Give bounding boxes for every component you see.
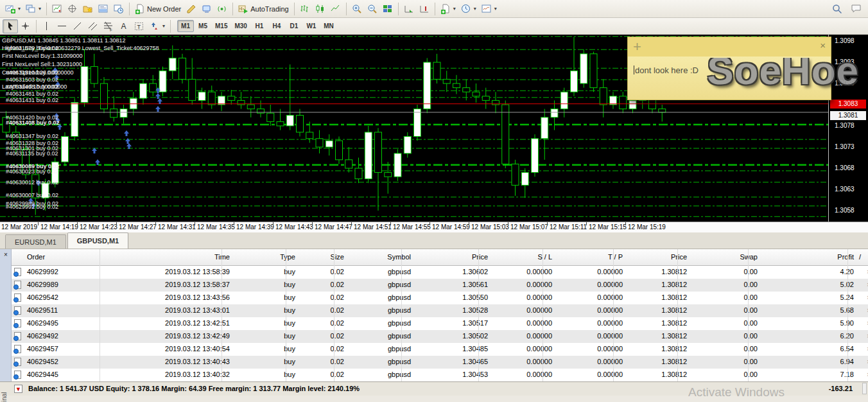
profiles-button[interactable]: ▾ bbox=[23, 2, 44, 16]
order-row[interactable]: 406299922019.03.12 13:58:39buy0.02gbpusd… bbox=[12, 266, 868, 279]
data-window-button[interactable] bbox=[65, 2, 80, 16]
column-separator[interactable] bbox=[542, 249, 543, 381]
column-separator[interactable] bbox=[221, 249, 222, 381]
timeframe-h1-button[interactable]: H1 bbox=[251, 20, 268, 32]
order-row[interactable]: 406294952019.03.12 13:42:51buy0.02gbpusd… bbox=[12, 317, 868, 330]
periods-button[interactable]: ▾ bbox=[458, 2, 479, 16]
navigator-button[interactable] bbox=[80, 2, 96, 16]
cell-profit: 6.20 bbox=[758, 332, 854, 340]
account-summary: Balance: 1 541.37 USD Equity: 1 378.16 M… bbox=[28, 385, 360, 392]
time-axis[interactable]: 12 Mar 201912 Mar 14:1912 Mar 14:2312 Ma… bbox=[0, 222, 868, 232]
chat-icon bbox=[851, 4, 862, 14]
sticky-note[interactable]: + × dont look here :D bbox=[627, 37, 831, 100]
chat-button[interactable] bbox=[849, 2, 864, 16]
text-label-button[interactable]: T bbox=[132, 19, 147, 33]
candle bbox=[62, 137, 69, 162]
equidistant-channel-button[interactable] bbox=[85, 19, 101, 33]
order-row[interactable]: 406295422019.03.12 13:43:56buy0.02gbpusd… bbox=[12, 292, 868, 304]
scrollbar-stub[interactable] bbox=[862, 383, 867, 394]
timeframe-mn-button[interactable]: MN bbox=[320, 20, 337, 32]
text-button[interactable]: A bbox=[116, 19, 132, 33]
crosshair-button[interactable] bbox=[18, 19, 33, 33]
signals-button[interactable] bbox=[214, 2, 230, 16]
chart-tab-eurusd[interactable]: EURUSD,M1 bbox=[5, 234, 66, 249]
timeframe-d1-button[interactable]: D1 bbox=[286, 20, 302, 32]
horizontal-line-button[interactable] bbox=[55, 19, 70, 33]
terminal-side-tab[interactable]: inal bbox=[1, 392, 8, 402]
time-tick-label: 12 Mar 14:51 bbox=[354, 223, 392, 231]
metaeditor-button[interactable] bbox=[184, 2, 199, 16]
trade-ticket-label: #40631498 buy 0.02 bbox=[6, 83, 58, 90]
candle bbox=[385, 173, 392, 177]
tile-windows-button[interactable] bbox=[380, 2, 395, 16]
time-tick bbox=[469, 222, 469, 225]
column-separator[interactable] bbox=[847, 249, 848, 381]
periods-icon bbox=[461, 4, 471, 14]
candle bbox=[424, 62, 431, 109]
order-row[interactable]: 406299892019.03.12 13:58:37buy0.02gbpusd… bbox=[12, 279, 868, 292]
column-separator[interactable] bbox=[748, 249, 749, 381]
note-add-icon[interactable]: + bbox=[633, 39, 641, 55]
column-separator[interactable] bbox=[613, 249, 614, 381]
column-separator[interactable] bbox=[478, 249, 479, 381]
timeframe-m30-button[interactable]: M30 bbox=[231, 20, 250, 32]
candle bbox=[71, 103, 78, 137]
new-order-button[interactable]: New Order bbox=[132, 2, 184, 16]
sticky-note-header[interactable] bbox=[628, 37, 831, 57]
community-button[interactable] bbox=[199, 2, 214, 16]
column-header-swap[interactable]: Swap bbox=[661, 253, 758, 261]
order-doc-icon bbox=[14, 319, 21, 328]
auto-scroll-button[interactable] bbox=[401, 2, 417, 16]
note-text[interactable]: dont look here :D bbox=[634, 66, 699, 75]
order-row[interactable]: 406294522019.03.12 13:40:43buy0.02gbpusd… bbox=[12, 356, 868, 369]
toolbar-right-icons bbox=[829, 0, 864, 18]
zoom-out-button[interactable] bbox=[365, 2, 380, 16]
column-separator[interactable] bbox=[677, 249, 678, 381]
order-row[interactable]: 406294922019.03.12 13:42:49buy0.02gbpusd… bbox=[12, 330, 868, 343]
candlestick-chart-button[interactable] bbox=[313, 2, 328, 16]
zoom-in-button[interactable] bbox=[349, 2, 365, 16]
column-separator[interactable] bbox=[286, 249, 286, 381]
column-separator[interactable] bbox=[401, 249, 402, 381]
chart-tab-gbpusd[interactable]: GBPUSD,M1 bbox=[67, 232, 128, 249]
indicators-button[interactable]: ▾ bbox=[438, 2, 458, 16]
time-tick bbox=[430, 222, 430, 225]
column-separator[interactable] bbox=[334, 249, 334, 381]
timeframe-m1-button[interactable]: M1 bbox=[177, 20, 194, 32]
new-chart-button[interactable]: ▾ bbox=[3, 2, 23, 16]
search-button[interactable] bbox=[829, 2, 845, 16]
comment-column-header[interactable]: / bbox=[859, 253, 861, 261]
zoom-out-icon bbox=[367, 4, 378, 14]
timeframe-m5-button[interactable]: M5 bbox=[195, 20, 211, 32]
text-cursor bbox=[634, 66, 634, 74]
templates-button[interactable]: ▾ bbox=[479, 2, 499, 16]
price-axis[interactable]: 1.3083 1.3081 1.30981.30931.30881.30781.… bbox=[828, 35, 868, 222]
trendline-button[interactable] bbox=[70, 19, 85, 33]
candle bbox=[355, 168, 362, 179]
arrows-button[interactable]: ▾ bbox=[147, 19, 168, 33]
vertical-line-button[interactable] bbox=[39, 19, 55, 33]
column-header-order[interactable]: Order bbox=[27, 253, 45, 261]
new-order-icon bbox=[135, 4, 145, 14]
dropdown-caret-icon: ▾ bbox=[162, 23, 165, 29]
line-chart-button[interactable] bbox=[328, 2, 343, 16]
order-row[interactable]: 406295112019.03.12 13:43:01buy0.02gbpusd… bbox=[12, 304, 868, 317]
timeframe-m15-button[interactable]: M15 bbox=[212, 20, 230, 32]
autotrading-button[interactable]: AutoTrading bbox=[236, 2, 291, 16]
terminal-close-button[interactable]: × bbox=[2, 251, 10, 259]
order-row[interactable]: 406294452019.03.12 13:40:32buy0.02gbpusd… bbox=[12, 369, 868, 381]
column-separator[interactable] bbox=[100, 249, 100, 381]
strategy-tester-button[interactable] bbox=[111, 2, 126, 16]
terminal-panel-button[interactable] bbox=[96, 2, 111, 16]
chart-shift-button[interactable] bbox=[417, 2, 432, 16]
order-row[interactable]: 406294572019.03.12 13:40:54buy0.02gbpusd… bbox=[12, 343, 868, 356]
cursor-button[interactable] bbox=[3, 19, 18, 33]
timeframe-h4-button[interactable]: H4 bbox=[268, 20, 285, 32]
candle bbox=[150, 83, 157, 92]
timeframe-w1-button[interactable]: W1 bbox=[303, 20, 320, 32]
bar-chart-button[interactable] bbox=[297, 2, 313, 16]
market-watch-button[interactable] bbox=[49, 2, 65, 16]
column-header-profit[interactable]: Profit bbox=[758, 253, 854, 261]
note-close-icon[interactable]: × bbox=[820, 40, 826, 51]
fibonacci-button[interactable]: F bbox=[101, 19, 116, 33]
